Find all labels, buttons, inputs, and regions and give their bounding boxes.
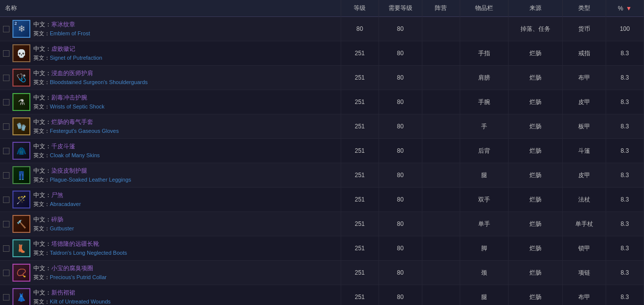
en-name-8: 英文：Abracadaver: [33, 201, 81, 208]
cn-name-5: 中文：烂肠的毒气手套: [33, 118, 119, 126]
req-level-cell-5: 80: [379, 114, 422, 139]
row-checkbox-5[interactable]: [3, 123, 9, 130]
item-icon-10: 👢: [16, 244, 26, 253]
level-cell-7: 251: [341, 163, 379, 188]
row-checkbox-4[interactable]: [3, 99, 9, 105]
type-cell-5: 板甲: [563, 114, 606, 139]
item-icon-4: ⚗: [18, 98, 25, 107]
item-icon-8: 🪄: [16, 195, 26, 204]
slot-cell-6: 后背: [460, 139, 509, 163]
faction-cell-3: [422, 66, 460, 90]
pct-cell-8: 8.3: [606, 188, 644, 212]
item-icon-3: 🩺: [16, 73, 26, 83]
item-icon-5: 🧤: [16, 122, 26, 131]
type-cell-10: 锁甲: [563, 236, 606, 261]
slot-cell-4: 手腕: [460, 90, 509, 114]
item-table-container: 名称 等级 需要等级 阵营 物品栏 来源 类型: [0, 0, 644, 305]
item-icon-9: 🔨: [16, 219, 26, 229]
slot-cell-10: 脚: [460, 236, 509, 261]
name-cell-11: 📿 中文：小宝的腐臭项圈 英文：Precious's Putrid Collar: [0, 261, 341, 285]
level-cell-12: 251: [341, 285, 379, 305]
row-checkbox-10[interactable]: [3, 245, 9, 252]
row-checkbox-3[interactable]: [3, 75, 9, 81]
table-row: 👖 中文：染疫皮制护腿 英文：Plague-Soaked Leather Leg…: [0, 163, 644, 188]
pct-cell-3: 8.3: [606, 66, 644, 90]
pct-cell-2: 8.3: [606, 41, 644, 66]
cn-name-6: 中文：千皮斗篷: [33, 142, 100, 151]
slot-cell-7: 腿: [460, 163, 509, 188]
level-cell-2: 251: [341, 41, 379, 66]
source-cell-11: 烂肠: [509, 261, 563, 285]
req-level-cell-6: 80: [379, 139, 422, 163]
name-cell-2: 💀 中文：虚败徽记 英文：Signet of Putrefaction: [0, 41, 341, 66]
slot-cell-8: 双手: [460, 188, 509, 212]
header-type[interactable]: 类型: [563, 0, 606, 17]
cn-name-7: 中文：染疫皮制护腿: [33, 167, 131, 175]
row-checkbox-1[interactable]: [3, 26, 9, 32]
pct-cell-6: 8.3: [606, 139, 644, 163]
row-checkbox-9[interactable]: [3, 221, 9, 227]
req-level-cell-8: 80: [379, 188, 422, 212]
name-cell-4: ⚗ 中文：剧毒冲击护腕 英文：Wrists of Septic Shock: [0, 90, 341, 114]
faction-cell-7: [422, 163, 460, 188]
cn-name-8: 中文：尸煞: [33, 191, 81, 200]
table-row: 📿 中文：小宝的腐臭项圈 英文：Precious's Putrid Collar…: [0, 261, 644, 285]
faction-cell-9: [422, 212, 460, 236]
name-cell-10: 👢 中文：塔德隆的远疆长靴 英文：Taldron's Long Neglecte…: [0, 236, 341, 261]
type-cell-1: 货币: [563, 17, 606, 41]
source-cell-9: 烂肠: [509, 212, 563, 236]
slot-cell-5: 手: [460, 114, 509, 139]
header-name[interactable]: 名称: [0, 0, 341, 17]
header-pct[interactable]: % ▼: [606, 0, 644, 17]
source-cell-6: 烂肠: [509, 139, 563, 163]
pct-cell-9: 8.3: [606, 212, 644, 236]
row-checkbox-12[interactable]: [3, 294, 9, 301]
cn-name-10: 中文：塔德隆的远疆长靴: [33, 240, 127, 248]
table-header-row: 名称 等级 需要等级 阵营 物品栏 来源 类型: [0, 0, 644, 17]
pct-cell-12: 8.3: [606, 285, 644, 305]
header-slot[interactable]: 物品栏: [460, 0, 509, 17]
source-cell-3: 烂肠: [509, 66, 563, 90]
en-name-5: 英文：Festergut's Gaseous Gloves: [33, 127, 119, 135]
header-req-level[interactable]: 需要等级: [379, 0, 422, 17]
en-name-6: 英文：Cloak of Many Skins: [33, 152, 100, 159]
req-level-cell-2: 80: [379, 41, 422, 66]
source-cell-1: 掉落、任务: [509, 17, 563, 41]
slot-cell-11: 颈: [460, 261, 509, 285]
table-row: 👢 中文：塔德隆的远疆长靴 英文：Taldron's Long Neglecte…: [0, 236, 644, 261]
table-body: 2 ❄ 中文：寒冰纹章 英文：Emblem of Frost 80 80 掉落、…: [0, 17, 644, 305]
en-name-12: 英文：Kilt of Untreated Wounds: [33, 298, 111, 305]
sort-indicator: ▼: [626, 5, 632, 12]
en-name-7: 英文：Plague-Soaked Leather Leggings: [33, 176, 131, 184]
faction-cell-6: [422, 139, 460, 163]
row-checkbox-6[interactable]: [3, 148, 9, 154]
row-checkbox-7[interactable]: [3, 172, 9, 179]
name-cell-3: 🩺 中文：浸血的医师护肩 英文：Bloodstained Surgeon's S…: [0, 66, 341, 90]
row-checkbox-2[interactable]: [3, 50, 9, 57]
level-cell-5: 251: [341, 114, 379, 139]
pct-cell-1: 100: [606, 17, 644, 41]
row-checkbox-11[interactable]: [3, 270, 9, 276]
slot-cell-1: [460, 17, 509, 41]
faction-cell-10: [422, 236, 460, 261]
slot-cell-2: 手指: [460, 41, 509, 66]
req-level-cell-10: 80: [379, 236, 422, 261]
table-row: 👗 中文：新伤褶裙 英文：Kilt of Untreated Wounds 25…: [0, 285, 644, 305]
header-level[interactable]: 等级: [341, 0, 379, 17]
header-source[interactable]: 来源: [509, 0, 563, 17]
header-faction[interactable]: 阵营: [422, 0, 460, 17]
level-cell-10: 251: [341, 236, 379, 261]
faction-cell-1: [422, 17, 460, 41]
table-row: 💀 中文：虚败徽记 英文：Signet of Putrefaction 251 …: [0, 41, 644, 66]
source-cell-4: 烂肠: [509, 90, 563, 114]
faction-cell-12: [422, 285, 460, 305]
row-checkbox-8[interactable]: [3, 197, 9, 203]
cn-name-1: 中文：寒冰纹章: [33, 20, 90, 29]
level-cell-3: 251: [341, 66, 379, 90]
req-level-cell-9: 80: [379, 212, 422, 236]
source-cell-10: 烂肠: [509, 236, 563, 261]
level-cell-11: 251: [341, 261, 379, 285]
type-cell-4: 皮甲: [563, 90, 606, 114]
req-level-cell-1: 80: [379, 17, 422, 41]
en-name-1: 英文：Emblem of Frost: [33, 30, 90, 37]
